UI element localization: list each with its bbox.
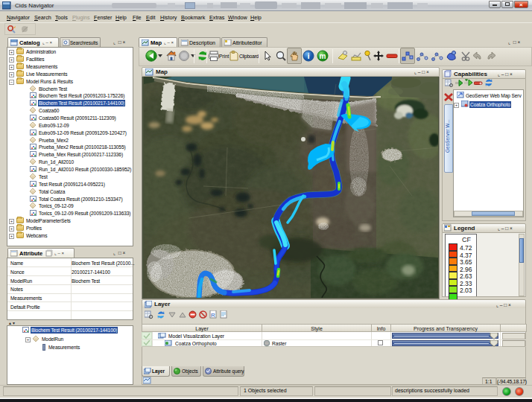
svg-text:i: i: [307, 51, 309, 60]
svg-text:R: R: [211, 312, 215, 319]
svg-text:m: m: [320, 52, 326, 60]
